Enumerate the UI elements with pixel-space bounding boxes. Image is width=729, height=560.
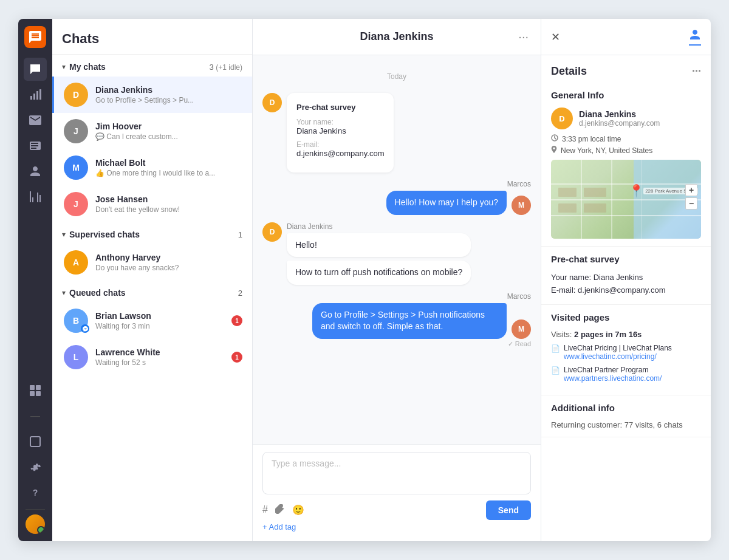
- svg-rect-6: [30, 391, 35, 396]
- general-info-section: General Info D Diana Jenkins d.jenkins@c…: [541, 83, 711, 247]
- survey-name-label-detail: Your name:: [551, 273, 591, 282]
- my-chats-count: 3 (+1 idle): [209, 63, 242, 72]
- chat-messages: Today D Pre-chat survey Your name: Diana…: [253, 55, 541, 444]
- nav-reports-icon[interactable]: [24, 83, 47, 106]
- chat-preview-lawrence: Waiting for 52 s: [95, 358, 231, 367]
- nav-team-icon[interactable]: [24, 160, 47, 183]
- svg-rect-1: [33, 94, 35, 100]
- chat-item-lawrence[interactable]: L Lawrence White Waiting for 52 s 1: [52, 339, 252, 375]
- chat-more-button[interactable]: ···: [518, 30, 529, 44]
- avatar-michael: M: [64, 155, 88, 180]
- chat-list-panel: Chats ▾ My chats 3 (+1 idle) D Diana Jen…: [52, 19, 253, 541]
- nav-window-icon[interactable]: [24, 430, 47, 453]
- chat-info-lawrence: Lawrence White Waiting for 52 s: [95, 347, 231, 367]
- chat-window-title: Diana Jenkins: [360, 30, 433, 43]
- chat-input-footer: # 🙂 Send: [262, 500, 531, 520]
- nav-analytics-icon[interactable]: [24, 185, 47, 208]
- chat-window: Diana Jenkins ··· Today D Pre-chat surve…: [253, 19, 541, 541]
- details-user-tab[interactable]: [689, 29, 701, 46]
- chat-preview-jim: 💬 Can I create custom...: [95, 132, 242, 141]
- chat-input-placeholder: Type a message...: [272, 459, 341, 468]
- msg-bubble-profile: Go to Profile > Settings > Push notifica…: [312, 303, 507, 339]
- page-url-2[interactable]: www.partners.livechatinc.com/: [564, 374, 662, 383]
- details-title: Details: [551, 65, 587, 78]
- chat-name-anthony: Anthony Harvey: [95, 253, 242, 262]
- pre-chat-survey-title: Pre-chat survey: [551, 254, 701, 264]
- general-info-title: General Info: [551, 90, 701, 100]
- page-url-1[interactable]: www.livechatinc.com/pricing/: [564, 352, 672, 361]
- additional-info-text: Returning customer: 77 visits, 6 chats: [551, 420, 701, 429]
- chat-info-jim: Jim Hoover 💬 Can I create custom...: [95, 121, 242, 141]
- survey-name-value-detail: Diana Jenkins: [594, 273, 643, 282]
- survey-email-label: E-mail:: [296, 140, 384, 149]
- map-inner: 228 Park Avenue South 📍 + −: [551, 160, 701, 239]
- msg-bubble-notifications: How to turn off push notifications on mo…: [287, 261, 471, 285]
- map-pin: 📍: [629, 183, 644, 198]
- additional-info-title: Additional info: [551, 403, 701, 413]
- page-title-1: LiveChat Pricing | LiveChat Plans: [564, 344, 672, 352]
- add-tag-button[interactable]: + Add tag: [262, 520, 531, 534]
- msg-bubble-hello-help: Hello! How may I help you?: [386, 191, 507, 215]
- svg-rect-5: [36, 385, 41, 390]
- nav-settings-icon[interactable]: [24, 456, 47, 479]
- msg-row-hello-help: Marcos Hello! How may I help you? M: [262, 180, 531, 215]
- survey-name-info: Your name: Diana Jenkins: [551, 271, 701, 284]
- chat-item-jose[interactable]: J Jose Hansen Don't eat the yellow snow!: [52, 186, 252, 222]
- nav-divider-icon: —: [24, 405, 47, 428]
- survey-title: Pre-chat survey: [296, 103, 384, 112]
- user-avatar[interactable]: [26, 514, 45, 534]
- page-doc-icon-1: 📄: [551, 344, 560, 361]
- visits-count: 2 pages in 7m 16s: [574, 330, 642, 339]
- chat-item-michael[interactable]: M Michael Bolt 👍 One more thing I would …: [52, 149, 252, 186]
- details-top-icons: [689, 29, 701, 46]
- queued-chats-chevron: ▾: [62, 289, 66, 297]
- nav-chats-icon[interactable]: [24, 58, 47, 81]
- msg-sender-diana-1: Diana Jenkins: [287, 222, 471, 231]
- details-close-button[interactable]: ✕: [551, 30, 560, 44]
- chat-preview-jose: Don't eat the yellow snow!: [95, 205, 242, 214]
- local-time-text: 3:33 pm local time: [562, 135, 621, 143]
- my-chats-section-header[interactable]: ▾ My chats 3 (+1 idle): [52, 55, 252, 77]
- emoji-icon[interactable]: 🙂: [292, 504, 304, 516]
- chat-input-box[interactable]: Type a message...: [262, 452, 531, 494]
- chat-info-anthony: Anthony Harvey Do you have any snacks?: [95, 253, 242, 272]
- visits-summary: Visits: 2 pages in 7m 16s: [551, 330, 701, 339]
- details-panel-top: ✕: [541, 19, 711, 55]
- avatar-lawrence: L: [64, 345, 88, 369]
- attachment-icon[interactable]: [275, 504, 285, 516]
- clock-icon: [551, 134, 558, 143]
- queued-chats-section-header[interactable]: ▾ Queued chats 2: [52, 281, 252, 302]
- nav-help-icon[interactable]: ?: [24, 481, 47, 504]
- survey-name-value: Diana Jenkins: [296, 126, 384, 135]
- nav-inbox-icon[interactable]: [24, 109, 47, 132]
- map-zoom-out[interactable]: −: [685, 197, 697, 210]
- avatar-anthony: A: [64, 250, 88, 275]
- page-info-2: LiveChat Partner Program www.partners.li…: [564, 366, 662, 383]
- chat-name-michael: Michael Bolt: [95, 158, 242, 168]
- survey-email-label-detail: E-mail:: [551, 285, 575, 295]
- page-title-2: LiveChat Partner Program: [564, 366, 662, 374]
- nav-apps-icon[interactable]: [24, 379, 47, 402]
- send-button[interactable]: Send: [486, 500, 531, 520]
- supervised-chats-section-header[interactable]: ▾ Supervised chats 1: [52, 222, 252, 244]
- visited-pages-title: Visited pages: [551, 312, 701, 323]
- chat-item-diana[interactable]: D Diana Jenkins Go to Profile > Settings…: [52, 77, 252, 113]
- supervised-chats-count: 1: [238, 230, 242, 239]
- msg-avatar-diana-1: D: [262, 222, 282, 242]
- chat-item-jim[interactable]: J Jim Hoover 💬 Can I create custom...: [52, 113, 252, 149]
- hashtag-icon[interactable]: #: [262, 504, 268, 516]
- nav-tickets-icon[interactable]: [24, 134, 47, 157]
- chat-name-jim: Jim Hoover: [95, 121, 242, 131]
- chat-item-brian[interactable]: B Brian Lawson Waiting for 3 min 1: [52, 302, 252, 339]
- chat-item-anthony[interactable]: A Anthony Harvey Do you have any snacks?: [52, 244, 252, 281]
- location-icon: [551, 146, 557, 155]
- details-location: New York, NY, United States: [551, 146, 701, 155]
- chat-name-lawrence: Lawrence White: [95, 347, 231, 357]
- logo[interactable]: [24, 26, 46, 48]
- chat-input-area: Type a message... # 🙂 Send + Add tag: [253, 444, 541, 541]
- details-more-button[interactable]: ···: [692, 65, 701, 78]
- map-zoom-in[interactable]: +: [685, 184, 697, 196]
- details-user-info: Diana Jenkins d.jenkins@company.com: [579, 109, 660, 128]
- details-user-name: Diana Jenkins: [579, 109, 660, 119]
- details-user-row: D Diana Jenkins d.jenkins@company.com: [551, 108, 701, 129]
